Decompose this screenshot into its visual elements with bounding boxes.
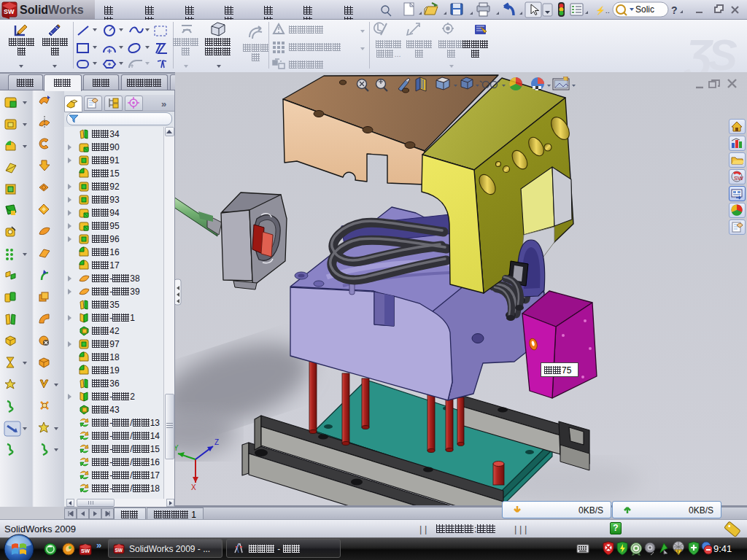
svg-text:SW: SW: [81, 548, 90, 554]
svg-text:Y: Y: [175, 444, 179, 452]
svg-text:SW: SW: [115, 548, 123, 553]
svg-text:X: X: [191, 483, 196, 491]
svg-text:SolidWorks: SolidWorks: [20, 4, 84, 16]
svg-text:Solic: Solic: [635, 4, 654, 15]
svg-text:SW: SW: [4, 8, 15, 15]
svg-text:?: ?: [671, 4, 678, 16]
svg-text:SW: SW: [734, 175, 743, 182]
svg-text:⚡..: ⚡..: [595, 5, 610, 15]
svg-text:Z: Z: [214, 438, 219, 446]
svg-text:!: !: [677, 550, 678, 555]
